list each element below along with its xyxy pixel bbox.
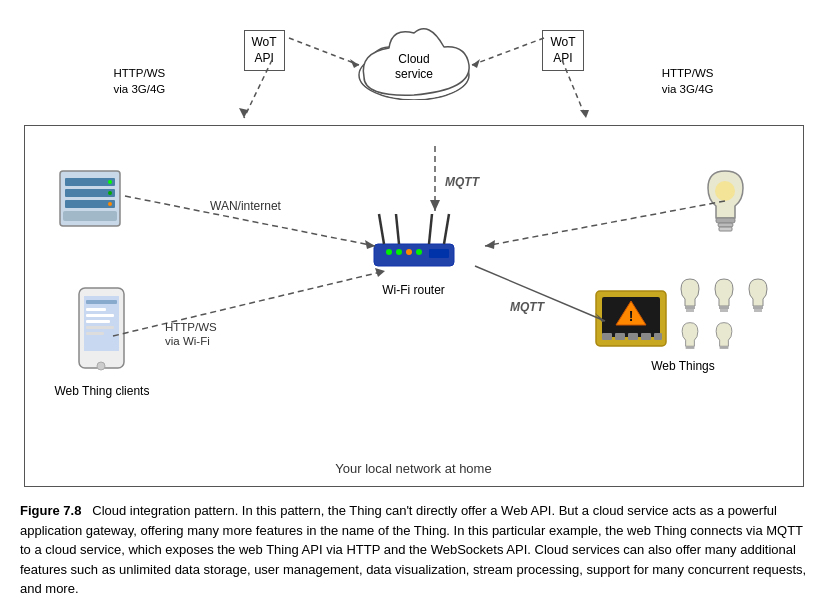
- network-inner: Wi-Fi router Web Thing clients: [45, 146, 783, 426]
- svg-line-34: [444, 214, 449, 244]
- svg-rect-44: [86, 314, 114, 317]
- network-box: Wi-Fi router Web Thing clients: [24, 125, 804, 487]
- svg-line-33: [429, 214, 432, 244]
- wot-api-right: WoT API: [542, 30, 583, 71]
- svg-rect-54: [615, 333, 625, 340]
- http-ws-left-label: HTTP/WS via 3G/4G: [114, 65, 166, 97]
- svg-rect-65: [719, 346, 728, 349]
- svg-rect-20: [65, 189, 115, 197]
- svg-rect-61: [720, 309, 728, 312]
- svg-line-12: [472, 38, 544, 65]
- svg-rect-45: [86, 320, 110, 323]
- svg-text:Cloud: Cloud: [398, 52, 429, 66]
- svg-rect-59: [686, 309, 694, 312]
- svg-rect-19: [65, 178, 115, 186]
- svg-line-66: [125, 196, 375, 246]
- svg-rect-60: [719, 306, 729, 309]
- http-ws-right-label: HTTP/WS via 3G/4G: [662, 65, 714, 97]
- svg-text:MQTT: MQTT: [445, 175, 481, 189]
- svg-rect-63: [754, 309, 762, 312]
- svg-text:HTTP/WS: HTTP/WS: [165, 321, 217, 333]
- svg-line-76: [475, 266, 605, 321]
- svg-text:MQTT: MQTT: [510, 300, 546, 314]
- svg-rect-27: [718, 223, 733, 227]
- caption: Figure 7.8 Cloud integration pattern. In…: [20, 501, 807, 599]
- svg-marker-15: [239, 108, 248, 118]
- svg-rect-58: [685, 306, 695, 309]
- svg-point-35: [386, 249, 392, 255]
- svg-point-48: [97, 362, 105, 370]
- svg-line-10: [289, 38, 359, 65]
- bulb-device: [698, 166, 753, 239]
- svg-marker-80: [485, 240, 495, 249]
- cloud-shape: Cloud service: [354, 15, 474, 103]
- router-device: Wi-Fi router: [364, 206, 464, 299]
- svg-rect-62: [753, 306, 763, 309]
- svg-rect-41: [84, 296, 119, 351]
- svg-marker-17: [580, 110, 589, 118]
- svg-rect-28: [719, 227, 732, 231]
- diagram: Cloud service WoT API WoT API HTTP/WS vi…: [20, 10, 807, 493]
- svg-text:service: service: [394, 67, 432, 81]
- svg-rect-47: [86, 332, 104, 335]
- svg-rect-55: [628, 333, 638, 340]
- svg-line-79: [485, 201, 725, 246]
- svg-rect-25: [63, 211, 117, 221]
- web-things-label: Web Things: [594, 359, 773, 375]
- svg-point-37: [406, 249, 412, 255]
- svg-point-38: [416, 249, 422, 255]
- svg-rect-64: [685, 346, 694, 349]
- svg-rect-26: [716, 218, 735, 223]
- server-device: [55, 166, 125, 234]
- web-things-group: !: [594, 276, 773, 375]
- svg-rect-42: [86, 300, 117, 304]
- svg-point-29: [715, 181, 735, 201]
- svg-point-23: [108, 191, 112, 195]
- web-thing-clients-label: Web Thing clients: [55, 383, 150, 400]
- svg-line-72: [113, 271, 385, 336]
- svg-rect-56: [641, 333, 651, 340]
- svg-point-36: [396, 249, 402, 255]
- svg-text:!: !: [628, 308, 633, 324]
- svg-rect-46: [86, 326, 114, 329]
- svg-rect-43: [86, 308, 106, 311]
- router-label: Wi-Fi router: [364, 283, 464, 299]
- svg-line-31: [379, 214, 384, 244]
- svg-rect-21: [65, 200, 115, 208]
- svg-rect-39: [429, 249, 449, 258]
- svg-point-24: [108, 202, 112, 206]
- wot-api-left: WoT API: [244, 30, 285, 71]
- svg-rect-53: [602, 333, 612, 340]
- svg-text:WAN/internet: WAN/internet: [210, 199, 282, 213]
- svg-point-22: [108, 180, 112, 184]
- phone-device: Web Thing clients: [55, 286, 150, 400]
- caption-text: Cloud integration pattern. In this patte…: [20, 503, 806, 596]
- top-section: Cloud service WoT API WoT API HTTP/WS vi…: [24, 10, 804, 125]
- network-label: Your local network at home: [25, 461, 803, 476]
- svg-text:via Wi-Fi: via Wi-Fi: [165, 335, 210, 347]
- svg-rect-57: [654, 333, 662, 340]
- svg-line-32: [396, 214, 399, 244]
- figure-ref: Figure 7.8: [20, 503, 81, 518]
